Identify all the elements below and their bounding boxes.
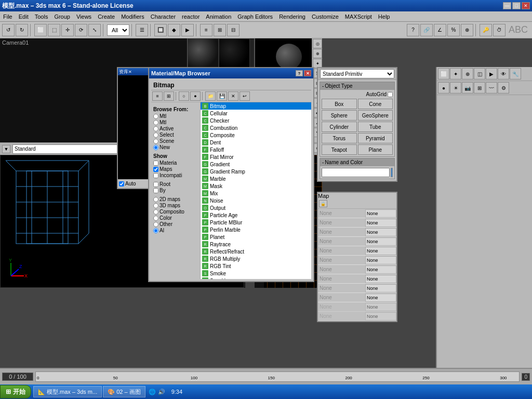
map-item-gradient[interactable]: G Gradient (201, 161, 311, 168)
mat-browser-close-btn[interactable]: ✕ (304, 70, 311, 76)
rt-camera-btn[interactable]: 📷 (462, 82, 473, 94)
rt-select-btn[interactable]: ⬜ (438, 68, 449, 79)
map-item-smoke[interactable]: S Smoke (201, 270, 311, 277)
map-item-flatmirror[interactable]: F Flat Mirror (201, 153, 311, 161)
geosphere-btn[interactable]: GeoSphere (358, 110, 393, 121)
radio-all[interactable] (153, 228, 158, 233)
angle-snap-btn[interactable]: ∠ (434, 24, 446, 36)
cone-btn[interactable]: Cone (358, 99, 393, 109)
select-region-btn[interactable]: ⬚ (48, 24, 60, 36)
map-input-7[interactable] (365, 265, 396, 274)
radio-mtl1[interactable] (153, 114, 158, 119)
menu-rendering[interactable]: Rendering (276, 12, 309, 21)
map-input-4[interactable] (365, 237, 396, 246)
map-input-9[interactable] (365, 284, 396, 292)
mat-sphere-1[interactable] (188, 38, 219, 70)
menu-maxscript[interactable]: MAXScript (342, 12, 375, 21)
auto-check[interactable] (119, 181, 124, 187)
rt-system-btn[interactable]: ⚙ (498, 82, 509, 94)
map-item-raytrace[interactable]: R Raytrace (201, 241, 311, 248)
close-btn[interactable]: ✕ (522, 2, 530, 9)
menu-reactor[interactable]: reactor (179, 12, 203, 21)
map-item-particlemblur[interactable]: P Particle MBlur (201, 219, 311, 226)
rt-helpers-btn[interactable]: ⊞ (474, 82, 485, 94)
map-item-composite[interactable]: C Composite (201, 131, 311, 139)
small-icons-btn[interactable]: ○ (179, 91, 189, 101)
check-root[interactable] (153, 182, 158, 187)
plane-btn[interactable]: Plane (358, 144, 393, 155)
map-input-1[interactable] (365, 209, 396, 218)
radio-active[interactable] (153, 126, 158, 131)
map-item-output[interactable]: O Output (201, 204, 311, 211)
map-item-mix[interactable]: M Mix (201, 190, 311, 197)
spinner-snap-btn[interactable]: ⊕ (461, 24, 473, 36)
map-input-6[interactable] (365, 256, 396, 264)
large-icons-btn[interactable]: ● (190, 91, 201, 101)
select-filter-btn[interactable]: ☰ (136, 24, 148, 36)
map-input-8[interactable] (365, 275, 396, 283)
move-btn[interactable]: ✛ (61, 24, 74, 36)
scale-btn[interactable]: ⤡ (88, 24, 101, 36)
radio-2dmaps[interactable] (153, 197, 158, 202)
menu-modifiers[interactable]: Modifiers (118, 12, 148, 21)
taskbar-item-drawing[interactable]: 🎨 02 – 画图 (103, 386, 145, 397)
color-swatch-btn[interactable] (391, 168, 393, 177)
browse-btn-b[interactable]: 💾 (217, 91, 227, 101)
rt-sphere-btn[interactable]: ● (438, 82, 449, 94)
menu-character[interactable]: Character (148, 12, 179, 21)
map-input-2[interactable] (365, 219, 396, 227)
menu-edit[interactable]: Edit (16, 12, 32, 21)
map-item-cellular[interactable]: C Cellular (201, 110, 311, 117)
torus-btn[interactable]: Torus (322, 133, 357, 143)
map-item-planet[interactable]: P Planet (201, 233, 311, 241)
snaps-btn[interactable]: 🔗 (420, 24, 433, 36)
rt-create-btn[interactable]: ✦ (450, 68, 461, 79)
radio-composite[interactable] (153, 209, 158, 215)
autogrid-check[interactable] (388, 92, 393, 97)
redo-btn[interactable]: ↻ (16, 24, 28, 36)
check-incompatible[interactable] (153, 173, 158, 178)
map-item-noise[interactable]: N Noise (201, 197, 311, 204)
menu-views[interactable]: Views (73, 12, 95, 21)
map-item-rgbtint[interactable]: R RGB Tint (201, 262, 311, 270)
map-input-5[interactable] (365, 247, 396, 255)
menu-animation[interactable]: Animation (203, 12, 234, 21)
check-maps[interactable] (153, 167, 158, 172)
radio-color[interactable] (153, 216, 158, 221)
map-item-combustion[interactable]: C Combustion (201, 124, 311, 131)
select-object-btn[interactable]: ⬜ (34, 24, 47, 36)
mat-dropdown-btn[interactable]: ▼ (2, 145, 10, 153)
maximize-btn[interactable]: □ (512, 2, 521, 9)
help-btn[interactable]: ? (407, 24, 419, 36)
render-scene-btn[interactable]: ▶ (181, 24, 194, 36)
map-item-bitmap[interactable]: B Bitmap (201, 102, 311, 110)
timeline-track[interactable]: 0 50 100 150 200 250 300 (35, 371, 520, 382)
rotate-btn[interactable]: ⟳ (75, 24, 87, 36)
undo-btn[interactable]: ↺ (2, 24, 15, 36)
reference-coord-dropdown[interactable]: All (107, 24, 129, 36)
rt-motion-btn[interactable]: ▶ (486, 68, 497, 79)
map-item-particleage[interactable]: P Particle Age (201, 211, 311, 219)
rt-utilities-btn[interactable]: 🔧 (510, 68, 521, 79)
map-item-gradientramp[interactable]: G Gradient Ramp (201, 168, 311, 175)
clear-btn[interactable]: ↩ (240, 91, 250, 101)
radio-new[interactable] (153, 145, 158, 150)
map-item-dent[interactable]: D Dent (201, 139, 311, 146)
browse-btn-a[interactable]: 📁 (205, 91, 216, 101)
menu-create[interactable]: Create (95, 12, 118, 21)
map-item-mask[interactable]: M Mask (201, 182, 311, 190)
delete-btn[interactable]: ✕ (228, 91, 238, 101)
map-item-falloff[interactable]: F Falloff (201, 146, 311, 153)
minimize-btn[interactable]: — (503, 2, 511, 9)
mat-tool-2[interactable]: ⊕ (313, 49, 322, 58)
array-btn[interactable]: ⊟ (227, 24, 240, 36)
rt-hierarchy-btn[interactable]: ◫ (474, 68, 485, 79)
check-materials[interactable] (153, 161, 158, 166)
map-input-10[interactable] (365, 294, 396, 302)
radio-mtl2[interactable] (153, 120, 158, 125)
list-view-btn[interactable]: ≡ (152, 91, 163, 101)
radio-other[interactable] (153, 222, 158, 227)
mirror-btn[interactable]: ⊞ (214, 24, 226, 36)
menu-help[interactable]: Help (375, 12, 393, 21)
start-button[interactable]: ⊞ 开始 (0, 385, 31, 398)
